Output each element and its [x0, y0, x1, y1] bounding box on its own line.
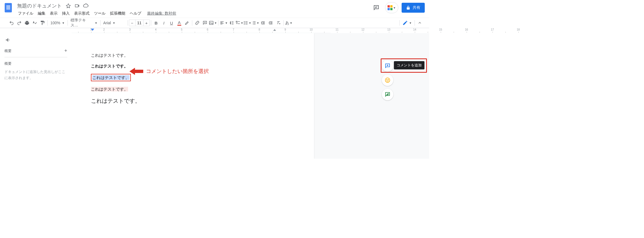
ruler-tick: 9 [279, 28, 292, 33]
insert-image-button[interactable]: ▼ [209, 19, 217, 27]
svg-point-6 [386, 79, 387, 80]
insert-link-button[interactable] [193, 19, 201, 27]
paragraph-style-select[interactable]: 標準テキス…▼ [69, 19, 99, 27]
ruler-tick: 18 [512, 28, 525, 33]
align-button[interactable]: ▼ [220, 19, 228, 27]
document-page[interactable]: これはテストです。 これはテストです。 これはテストです。 これはテストです。 … [72, 33, 314, 159]
ruler-tick: 16 [460, 28, 473, 33]
input-tools-button[interactable]: あ▼ [285, 19, 293, 27]
ruler-tick: 6 [201, 28, 214, 33]
document-title-input[interactable]: 無題のドキュメント [16, 2, 63, 9]
text-line-large[interactable]: これはテストです。 [91, 97, 295, 105]
ruler-tick: 11 [331, 28, 343, 33]
ruler-tick [162, 28, 175, 33]
canvas: これはテストです。 これはテストです。 これはテストです。 これはテストです。 … [72, 33, 429, 159]
ruler-tick [318, 28, 331, 33]
checklist-button[interactable]: ▼ [236, 19, 243, 27]
ruler-tick [188, 28, 201, 33]
font-size-input[interactable]: 11 [135, 20, 144, 26]
ruler-tick [214, 28, 227, 33]
last-edit-link[interactable]: 最終編集: 数秒前 [147, 11, 176, 16]
insert-comment-button[interactable] [201, 19, 209, 27]
header: 無題のドキュメント ファイル 編集 表示 挿入 表示形式 ツール 拡張機能 [0, 0, 429, 18]
menu-insert[interactable]: 挿入 [60, 10, 72, 17]
menu-format[interactable]: 表示形式 [72, 10, 91, 17]
menu-edit[interactable]: 編集 [36, 10, 47, 17]
paint-format-button[interactable] [39, 19, 46, 27]
ruler-tick: 5 [175, 28, 188, 33]
ruler-tick [369, 28, 382, 33]
ruler-tick [266, 28, 279, 33]
ruler-tick: 3 [123, 28, 136, 33]
arrow-icon [129, 68, 143, 75]
ruler-tick: 17 [486, 28, 499, 33]
right-margin-marker-icon[interactable] [273, 29, 276, 31]
text-line[interactable]: これはテストです。 [91, 52, 295, 58]
ruler-tick: 8 [253, 28, 266, 33]
bold-button[interactable]: B [152, 19, 160, 27]
font-size-increase[interactable]: + [144, 21, 150, 25]
text-line-selected[interactable]: これはテストです。 [91, 74, 295, 81]
move-icon[interactable] [74, 2, 80, 9]
spellcheck-button[interactable] [31, 19, 39, 27]
menu-file[interactable]: ファイル [16, 10, 35, 17]
font-select[interactable]: Arial▼ [102, 19, 126, 27]
add-comment-button[interactable] [382, 60, 393, 72]
clear-formatting-button[interactable] [275, 19, 282, 27]
highlight-button[interactable] [183, 19, 191, 27]
numbered-list-button[interactable]: ▼ [251, 19, 259, 27]
font-size-control: − 11 + [129, 20, 150, 26]
ruler-tick [421, 28, 434, 33]
zoom-select[interactable]: 100%▼ [49, 19, 66, 27]
menu-tools[interactable]: ツール [92, 10, 107, 17]
svg-point-4 [244, 24, 245, 25]
add-outline-button[interactable]: + [64, 48, 67, 54]
back-arrow-icon[interactable] [4, 37, 10, 43]
menu-bar: ファイル 編集 表示 挿入 表示形式 ツール 拡張機能 ヘルプ 最終編集: 数秒… [16, 10, 176, 17]
ruler[interactable]: 123456789101112131415161718 [72, 28, 331, 33]
ruler-tick [343, 28, 356, 33]
cloud-status-icon[interactable] [83, 2, 89, 9]
star-icon[interactable] [65, 2, 72, 9]
menu-view[interactable]: 表示 [48, 10, 59, 17]
text-line-suggested[interactable]: これはテストです。 [91, 86, 295, 92]
suggest-edit-button[interactable] [382, 89, 393, 100]
svg-rect-1 [236, 21, 237, 22]
redo-button[interactable] [15, 19, 23, 27]
line-spacing-button[interactable] [228, 19, 236, 27]
header-right: ▼ 共有 [371, 2, 425, 13]
add-emoji-button[interactable] [382, 74, 393, 86]
menu-extensions[interactable]: 拡張機能 [108, 10, 127, 17]
annotation-text: コメントしたい箇所を選択 [146, 68, 209, 75]
ruler-tick: 4 [149, 28, 162, 33]
indent-marker-icon[interactable] [91, 29, 94, 31]
italic-button[interactable]: I [160, 19, 168, 27]
decrease-indent-button[interactable] [259, 19, 267, 27]
ruler-tick: 12 [356, 28, 369, 33]
outline-sidebar: 概要 + 概要 ドキュメントに追加した見出しがここに表示されます。 [0, 33, 72, 159]
ruler-tick [447, 28, 460, 33]
increase-indent-button[interactable] [267, 19, 275, 27]
underline-button[interactable]: U [168, 19, 175, 27]
docs-logo[interactable] [3, 2, 14, 13]
floating-tools: コメントを追加 [382, 60, 426, 103]
outline-placeholder-text: ドキュメントに追加した見出しがここに表示されます。 [4, 69, 67, 81]
print-button[interactable] [23, 19, 31, 27]
ruler-tick: 10 [305, 28, 318, 33]
divider [4, 57, 67, 57]
meet-button[interactable]: ▼ [385, 2, 398, 13]
ruler-tick: 15 [434, 28, 447, 33]
undo-button[interactable] [8, 19, 15, 27]
text-color-button[interactable]: A [175, 19, 183, 27]
share-button[interactable]: 共有 [402, 3, 425, 13]
outline-header-label: 概要 [4, 48, 12, 53]
editing-mode-select[interactable]: ▼ [401, 19, 413, 27]
bulleted-list-button[interactable]: ▼ [243, 19, 251, 27]
collapse-toolbar-button[interactable] [416, 19, 424, 27]
annotation-arrow: コメントしたい箇所を選択 [129, 68, 209, 75]
ruler-tick [395, 28, 408, 33]
comment-history-icon[interactable] [371, 2, 382, 13]
ruler-tick [240, 28, 253, 33]
menu-help[interactable]: ヘルプ [128, 10, 143, 17]
font-size-decrease[interactable]: − [129, 21, 135, 25]
